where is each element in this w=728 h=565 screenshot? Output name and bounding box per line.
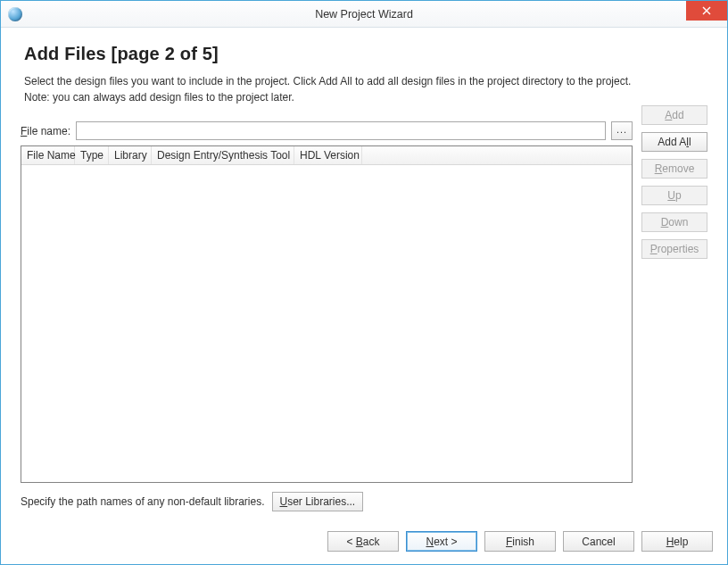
user-libraries-button[interactable]: User Libraries... — [272, 492, 364, 511]
back-button[interactable]: < Back — [327, 531, 399, 552]
add-all-button[interactable]: Add All — [641, 132, 707, 152]
table-header: File Name Type Library Design Entry/Synt… — [21, 146, 632, 165]
col-hdl-version[interactable]: HDL Version — [294, 146, 362, 164]
col-design-entry[interactable]: Design Entry/Synthesis Tool — [152, 146, 294, 164]
help-button[interactable]: Help — [641, 531, 713, 552]
libraries-text: Specify the path names of any non-defaul… — [21, 495, 265, 508]
add-button[interactable]: Add — [641, 105, 707, 125]
col-filler — [362, 146, 632, 164]
remove-button[interactable]: Remove — [641, 159, 707, 179]
next-button[interactable]: Next > — [406, 531, 477, 552]
page-title: Add Files [page 2 of 5] — [24, 44, 707, 64]
col-library[interactable]: Library — [109, 146, 152, 164]
filename-label: File name: — [21, 125, 70, 137]
titlebar: New Project Wizard — [1, 1, 727, 28]
cancel-button[interactable]: Cancel — [563, 531, 634, 552]
app-icon — [8, 7, 22, 21]
page-description-2: Note: you can always add design files to… — [24, 91, 707, 104]
close-button[interactable] — [686, 1, 727, 21]
close-icon — [702, 6, 711, 15]
page-description-1: Select the design files you want to incl… — [24, 75, 707, 87]
main-row: File name: ... File Name Type Library De… — [21, 105, 707, 511]
files-table[interactable]: File Name Type Library Design Entry/Synt… — [21, 145, 633, 483]
browse-button[interactable]: ... — [611, 121, 633, 140]
filename-input[interactable] — [76, 121, 606, 140]
left-column: File name: ... File Name Type Library De… — [21, 105, 633, 511]
col-file-name[interactable]: File Name — [21, 146, 75, 164]
finish-button[interactable]: Finish — [484, 531, 556, 552]
up-button[interactable]: Up — [641, 186, 707, 205]
col-type[interactable]: Type — [75, 146, 109, 164]
wizard-window: New Project Wizard Add Files [page 2 of … — [0, 0, 728, 565]
libraries-row: Specify the path names of any non-defaul… — [21, 492, 633, 511]
filename-row: File name: ... — [21, 121, 633, 140]
footer-buttons: < Back Next > Finish Cancel Help — [1, 522, 727, 564]
window-title: New Project Wizard — [1, 8, 727, 21]
down-button[interactable]: Down — [641, 212, 707, 232]
content-area: Add Files [page 2 of 5] Select the desig… — [1, 28, 727, 522]
properties-button[interactable]: Properties — [641, 239, 707, 259]
side-buttons: Add Add All Remove Up Down Properties — [641, 105, 707, 511]
